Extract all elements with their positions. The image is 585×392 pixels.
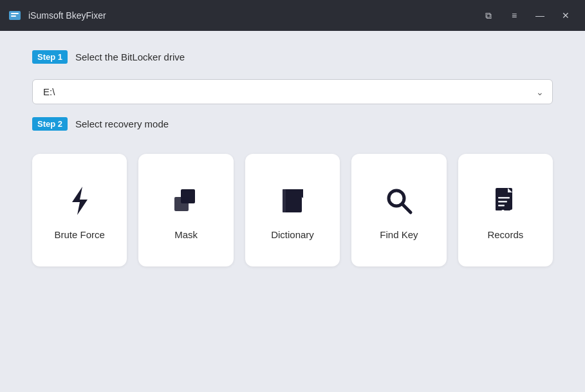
minimize-button[interactable]: — bbox=[528, 5, 552, 26]
step1-label: Select the BitLocker drive bbox=[75, 51, 185, 62]
external-link-button[interactable]: ⧉ bbox=[477, 5, 500, 26]
svg-rect-7 bbox=[283, 189, 286, 212]
mode-label-mask: Mask bbox=[174, 229, 198, 240]
step2-badge: Step 2 bbox=[32, 117, 68, 131]
bolt-icon bbox=[62, 183, 98, 219]
svg-rect-13 bbox=[498, 201, 507, 203]
drive-select[interactable]: E:\ C:\ D:\ F:\ bbox=[32, 79, 553, 104]
app-title: iSumsoft BkeyFixer bbox=[28, 10, 477, 21]
svg-rect-5 bbox=[174, 197, 189, 211]
titlebar: iSumsoft BkeyFixer ⧉ ≡ — ✕ bbox=[0, 0, 585, 31]
mode-label-records: Records bbox=[487, 229, 523, 240]
step2-label: Select recovery mode bbox=[75, 118, 169, 129]
mask-icon bbox=[168, 183, 204, 219]
mode-card-records[interactable]: Records bbox=[458, 154, 553, 266]
svg-rect-1 bbox=[11, 13, 19, 14]
svg-marker-3 bbox=[72, 187, 88, 215]
mode-card-mask[interactable]: Mask bbox=[138, 154, 233, 266]
svg-line-9 bbox=[402, 204, 411, 212]
svg-rect-15 bbox=[496, 207, 502, 210]
close-button[interactable]: ✕ bbox=[554, 5, 577, 26]
svg-rect-2 bbox=[11, 15, 16, 17]
book-icon bbox=[275, 183, 311, 219]
mode-label-find-key: Find Key bbox=[380, 229, 418, 240]
window-controls: ⧉ ≡ — ✕ bbox=[477, 5, 577, 26]
app-icon bbox=[8, 8, 22, 23]
mode-label-brute-force: Brute Force bbox=[55, 229, 105, 240]
mode-card-dictionary[interactable]: Dictionary bbox=[245, 154, 340, 266]
modes-grid: Brute Force Mask bbox=[32, 154, 553, 266]
drive-select-wrapper: E:\ C:\ D:\ F:\ ⌄ bbox=[32, 79, 553, 104]
menu-button[interactable]: ≡ bbox=[503, 5, 526, 26]
search-icon bbox=[381, 183, 417, 219]
step1-row: Step 1 Select the BitLocker drive bbox=[32, 50, 553, 64]
step2-row: Step 2 Select recovery mode bbox=[32, 117, 553, 131]
mode-card-find-key[interactable]: Find Key bbox=[351, 154, 446, 266]
svg-rect-14 bbox=[498, 205, 505, 207]
svg-rect-12 bbox=[498, 197, 510, 199]
main-content: Step 1 Select the BitLocker drive E:\ C:… bbox=[0, 31, 585, 392]
svg-rect-16 bbox=[504, 207, 510, 210]
records-icon bbox=[487, 183, 523, 219]
mode-card-brute-force[interactable]: Brute Force bbox=[32, 154, 127, 266]
step1-badge: Step 1 bbox=[32, 50, 68, 64]
mode-label-dictionary: Dictionary bbox=[271, 229, 314, 240]
